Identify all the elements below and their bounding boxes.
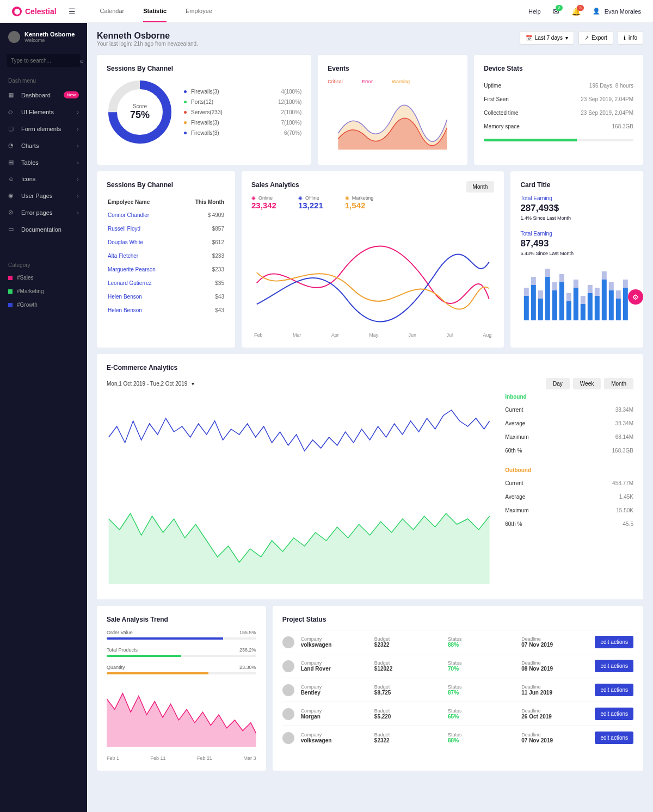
employee-card: Sessions By Channel Empolyee NameThis Mo… <box>97 171 235 348</box>
donut-chart: Score75% <box>107 79 173 145</box>
profile[interactable]: Kenneth OsborneWelcome <box>0 31 87 51</box>
mail-badge: 2 <box>556 5 562 11</box>
menu-icon: ▢ <box>8 125 16 132</box>
sales-chart <box>251 218 494 332</box>
table-row[interactable]: Alta Fletcher$233 <box>108 250 224 262</box>
profile-name: Kenneth Osborne <box>24 31 75 38</box>
svg-rect-11 <box>552 290 557 320</box>
sessions-card: Sessions By Channel Score75% Firewalls(3… <box>97 55 311 165</box>
sidebar-item-tables[interactable]: ▤Tables› <box>0 154 87 171</box>
brand-text: Celestial <box>25 7 57 16</box>
card-title: E-Commerce Analytics <box>107 364 633 371</box>
legend-label: Warning <box>392 79 410 84</box>
sidebar-item-dashboard[interactable]: ▦DashboardNew <box>0 86 87 103</box>
edit-actions-button[interactable]: edit actions <box>595 660 633 672</box>
sidebar-item-documentation[interactable]: ▭Documentation <box>0 221 87 238</box>
edit-actions-button[interactable]: edit actions <box>595 732 633 744</box>
stat-row: 60th %168.3GB <box>505 444 633 457</box>
color-swatch <box>8 276 13 280</box>
sidebar-item-icons[interactable]: ☺Icons› <box>0 171 87 187</box>
table-row[interactable]: Marguerite Pearson$233 <box>108 263 224 276</box>
project-row: CompanyMorganBudget$5,220Status65%Deadli… <box>282 702 633 726</box>
legend-item: Firewalls(3)4(100%) <box>184 86 301 97</box>
tab-employee[interactable]: Employee <box>186 1 212 22</box>
ecom-chart-1 <box>107 394 491 486</box>
page-subtitle: Your last login: 21h ago from newzealand… <box>97 41 198 47</box>
sidebar-item-error-pages[interactable]: ⊘Error pages› <box>0 204 87 221</box>
chevron-right-icon: › <box>77 142 79 149</box>
card-title: Sale Analysis Trend <box>107 616 256 623</box>
edit-actions-button[interactable]: edit actions <box>595 636 633 648</box>
menu-heading: Dash menu <box>0 75 87 86</box>
sidebar-item-form-elements[interactable]: ▢Form elements› <box>0 120 87 137</box>
logo[interactable]: ⬤Celestial <box>12 7 57 16</box>
avatar <box>282 732 294 744</box>
svg-rect-3 <box>524 296 529 320</box>
project-row: CompanyBentleyBudget$8,725Status87%Deadl… <box>282 678 633 702</box>
tab-statistic[interactable]: Statistic <box>143 1 167 22</box>
date-range[interactable]: Mon,1 Oct 2019 - Tue,2 Oct 2019 <box>107 381 187 387</box>
sidebar-item-user-pages[interactable]: ◉User Pages› <box>0 187 87 204</box>
date-range-button[interactable]: 📅 Last 7 days ▾ <box>520 31 574 45</box>
bell-icon[interactable]: 🔔3 <box>571 7 581 16</box>
time-button-week[interactable]: Week <box>573 378 601 389</box>
sidebar-item-ui-elements[interactable]: ◇UI Elements› <box>0 103 87 120</box>
category-item[interactable]: #Growth <box>0 298 87 312</box>
category-item[interactable]: #Marketing <box>0 284 87 298</box>
card-title: Sessions By Channel <box>107 181 225 189</box>
stat-row: Uptime195 Days, 8 hours <box>484 79 633 92</box>
table-row[interactable]: Helen Benson$43 <box>108 290 224 303</box>
trend-item: Quantity23.30% <box>107 665 256 674</box>
svg-rect-23 <box>595 296 600 320</box>
time-button-month[interactable]: Month <box>604 378 633 389</box>
chevron-right-icon: › <box>77 193 79 199</box>
svg-rect-15 <box>566 301 571 320</box>
table-row[interactable]: Connor Chandler$ 4909 <box>108 209 224 221</box>
stat-row: Maximum15.50K <box>505 504 633 517</box>
table-row[interactable]: Douglas White$612 <box>108 236 224 249</box>
info-button[interactable]: ℹ info <box>618 31 643 45</box>
search-box[interactable]: ⌕ <box>7 54 81 67</box>
stat-row: Current38.34M <box>505 403 633 417</box>
trend-item: Order Value155.5% <box>107 630 256 640</box>
month-button[interactable]: Month <box>466 181 495 193</box>
chevron-right-icon: › <box>77 176 79 182</box>
chevron-right-icon: › <box>77 209 79 216</box>
legend-item: Servers(233)2(100%) <box>184 107 301 117</box>
tab-calendar[interactable]: Calendar <box>100 1 125 22</box>
svg-rect-7 <box>538 299 543 320</box>
chevron-down-icon[interactable]: ▾ <box>192 381 194 387</box>
sidebar-item-charts[interactable]: ◔Charts› <box>0 137 87 154</box>
stat-row: Current458.77M <box>505 476 633 490</box>
stat-row: Average38.34M <box>505 417 633 430</box>
svg-rect-21 <box>588 293 593 320</box>
user-name: Evan Morales <box>605 8 641 15</box>
project-row: CompanyLand RoverBudget$12022Status70%De… <box>282 654 633 678</box>
avatar <box>282 684 294 696</box>
time-button-day[interactable]: Day <box>546 378 570 389</box>
svg-rect-8 <box>545 269 550 277</box>
bar-chart <box>520 266 633 320</box>
search-icon[interactable]: ⌕ <box>80 57 84 64</box>
trend-chart <box>107 682 256 753</box>
export-button[interactable]: ↗ Export <box>578 31 613 45</box>
table-row[interactable]: Helen Benson$43 <box>108 304 224 317</box>
help-link[interactable]: Help <box>528 8 541 15</box>
category-item[interactable]: #Sales <box>0 271 87 284</box>
new-badge: New <box>64 91 79 98</box>
mail-icon[interactable]: ✉2 <box>553 7 559 16</box>
project-status-card: Project Status CompanyvolkswagenBudget$2… <box>273 606 643 771</box>
table-row[interactable]: Russell Floyd$857 <box>108 222 224 235</box>
edit-actions-button[interactable]: edit actions <box>595 708 633 720</box>
table-row[interactable]: Leonard Gutierrez$35 <box>108 277 224 289</box>
search-input[interactable] <box>11 58 80 64</box>
menu-icon: ⊘ <box>8 209 16 216</box>
edit-actions-button[interactable]: edit actions <box>595 684 633 696</box>
user-icon: 👤 <box>593 8 600 15</box>
user-menu[interactable]: 👤Evan Morales <box>593 8 641 15</box>
hamburger-icon[interactable]: ☰ <box>69 7 76 16</box>
avatar <box>282 708 294 720</box>
ecommerce-card: E-Commerce Analytics Mon,1 Oct 2019 - Tu… <box>97 354 643 599</box>
fab-button[interactable]: ⚙ <box>628 289 643 305</box>
metric: ◉ Marketing1,542 <box>345 195 374 210</box>
